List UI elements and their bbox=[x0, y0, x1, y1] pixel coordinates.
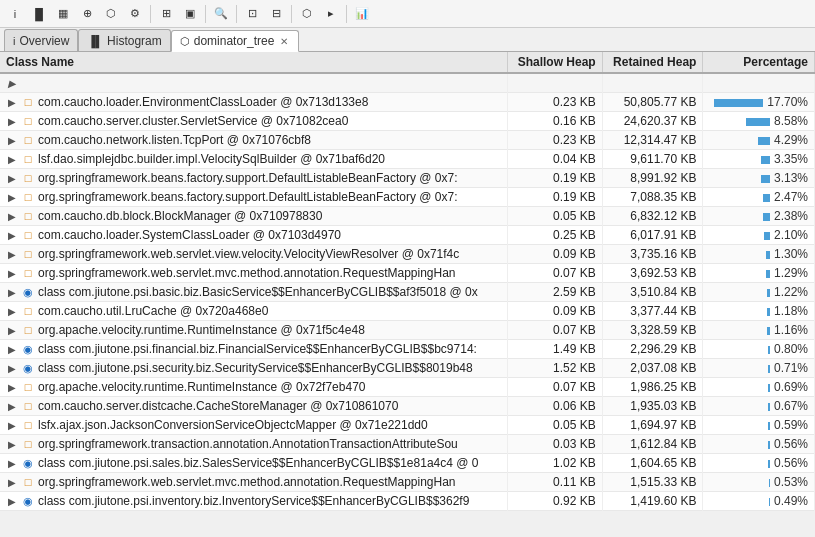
expand-btn[interactable]: ▶ bbox=[6, 153, 18, 165]
sep4 bbox=[291, 5, 292, 23]
table-row[interactable]: ▶ ◉ class com.jiutone.psi.basic.biz.Basi… bbox=[0, 283, 815, 302]
col-shallow[interactable]: Shallow Heap bbox=[507, 52, 602, 73]
toolbar-layout2-btn[interactable]: ⊟ bbox=[265, 3, 287, 25]
expand-btn[interactable]: ▶ bbox=[6, 457, 18, 469]
table-row[interactable]: ▶ ◉ class com.jiutone.psi.security.biz.S… bbox=[0, 359, 815, 378]
expand-btn[interactable]: ▶ bbox=[6, 343, 18, 355]
table-row[interactable]: ▶ □ lsfx.ajax.json.JacksonConversionServ… bbox=[0, 416, 815, 435]
table-row[interactable]: ▶ □ org.springframework.web.servlet.mvc.… bbox=[0, 473, 815, 492]
regex-expand-btn[interactable]: ▶ bbox=[6, 77, 18, 89]
table-row[interactable]: ▶ ◉ class com.jiutone.psi.sales.biz.Sale… bbox=[0, 454, 815, 473]
shallow-cell: 0.92 KB bbox=[507, 492, 602, 511]
table-row[interactable]: ▶ □ org.springframework.web.servlet.view… bbox=[0, 245, 815, 264]
pct-bar bbox=[714, 99, 763, 107]
class-name-text: com.caucho.loader.SystemClassLoader @ 0x… bbox=[38, 228, 341, 242]
class-name-cell: ▶ □ org.springframework.beans.factory.su… bbox=[0, 188, 507, 207]
class-name-cell: ▶ □ org.apache.velocity.runtime.RuntimeI… bbox=[0, 378, 507, 397]
table-row[interactable]: ▶ □ org.springframework.beans.factory.su… bbox=[0, 169, 815, 188]
shallow-cell: 0.07 KB bbox=[507, 264, 602, 283]
toolbar-chart-btn[interactable]: 📊 bbox=[351, 3, 373, 25]
tab-histogram[interactable]: ▐▌ Histogram bbox=[78, 29, 170, 51]
expand-btn[interactable]: ▶ bbox=[6, 324, 18, 336]
toolbar-play-btn[interactable]: ▸ bbox=[320, 3, 342, 25]
table-row[interactable]: ▶ ◉ class com.jiutone.psi.inventory.biz.… bbox=[0, 492, 815, 511]
expand-btn[interactable]: ▶ bbox=[6, 419, 18, 431]
class-name-cell: ▶ □ com.caucho.server.distcache.CacheSto… bbox=[0, 397, 507, 416]
table-row[interactable]: ▶ □ lsf.dao.simplejdbc.builder.impl.Velo… bbox=[0, 150, 815, 169]
toolbar-histogram-btn[interactable]: ▐▌ bbox=[28, 3, 50, 25]
pct-bar bbox=[767, 308, 770, 316]
table-row[interactable]: ▶ □ org.springframework.transaction.anno… bbox=[0, 435, 815, 454]
class-icon-orange: □ bbox=[21, 266, 35, 280]
retained-cell: 3,692.53 KB bbox=[602, 264, 703, 283]
expand-btn[interactable]: ▶ bbox=[6, 438, 18, 450]
shallow-cell: 0.07 KB bbox=[507, 378, 602, 397]
pct-bar bbox=[769, 479, 770, 487]
expand-btn[interactable]: ▶ bbox=[6, 96, 18, 108]
expand-btn[interactable]: ▶ bbox=[6, 267, 18, 279]
toolbar-square-btn[interactable]: ▣ bbox=[179, 3, 201, 25]
col-class-name[interactable]: Class Name bbox=[0, 52, 507, 73]
expand-btn[interactable]: ▶ bbox=[6, 210, 18, 222]
expand-btn[interactable]: ▶ bbox=[6, 476, 18, 488]
toolbar-hex2-btn[interactable]: ⬡ bbox=[296, 3, 318, 25]
class-name-text: org.apache.velocity.runtime.RuntimeInsta… bbox=[38, 380, 365, 394]
retained-cell: 1,612.84 KB bbox=[602, 435, 703, 454]
table-row[interactable]: ▶ □ com.caucho.loader.EnvironmentClassLo… bbox=[0, 93, 815, 112]
class-name-text: org.springframework.beans.factory.suppor… bbox=[38, 190, 458, 204]
tab-close-btn[interactable]: ✕ bbox=[278, 36, 290, 47]
class-name-text: class com.jiutone.psi.financial.biz.Fina… bbox=[38, 342, 477, 356]
shallow-cell: 1.49 KB bbox=[507, 340, 602, 359]
toolbar-search-btn[interactable]: 🔍 bbox=[210, 3, 232, 25]
class-name-text: lsfx.ajax.json.JacksonConversionServiceO… bbox=[38, 418, 428, 432]
class-icon-orange: □ bbox=[21, 399, 35, 413]
toolbar-table-btn[interactable]: ▦ bbox=[52, 3, 74, 25]
table-row[interactable]: ▶ □ org.springframework.beans.factory.su… bbox=[0, 188, 815, 207]
tabs-bar: i Overview ▐▌ Histogram ⬡ dominator_tree… bbox=[0, 28, 815, 52]
table-row[interactable]: ▶ □ com.caucho.server.cluster.ServletSer… bbox=[0, 112, 815, 131]
expand-btn[interactable]: ▶ bbox=[6, 400, 18, 412]
col-retained[interactable]: Retained Heap bbox=[602, 52, 703, 73]
expand-btn[interactable]: ▶ bbox=[6, 229, 18, 241]
toolbar-info-btn[interactable]: i bbox=[4, 3, 26, 25]
retained-cell: 6,832.12 KB bbox=[602, 207, 703, 226]
expand-btn[interactable]: ▶ bbox=[6, 172, 18, 184]
shallow-cell: 0.05 KB bbox=[507, 416, 602, 435]
expand-btn[interactable]: ▶ bbox=[6, 248, 18, 260]
col-percentage[interactable]: Percentage bbox=[703, 52, 815, 73]
pct-bar bbox=[746, 118, 770, 126]
histogram-icon: ▐▌ bbox=[87, 35, 103, 47]
toolbar-grid-btn[interactable]: ⊞ bbox=[155, 3, 177, 25]
table-row[interactable]: ▶ □ org.apache.velocity.runtime.RuntimeI… bbox=[0, 378, 815, 397]
tab-dominator-tree[interactable]: ⬡ dominator_tree ✕ bbox=[171, 30, 300, 52]
table-row[interactable]: ▶ □ com.caucho.loader.SystemClassLoader … bbox=[0, 226, 815, 245]
table-row[interactable]: ▶ □ com.caucho.util.LruCache @ 0x720a468… bbox=[0, 302, 815, 321]
table-row[interactable]: ▶ □ org.apache.velocity.runtime.RuntimeI… bbox=[0, 321, 815, 340]
expand-btn[interactable]: ▶ bbox=[6, 115, 18, 127]
retained-cell: 1,419.60 KB bbox=[602, 492, 703, 511]
toolbar-gear-btn[interactable]: ⚙ bbox=[124, 3, 146, 25]
retained-cell: 7,088.35 KB bbox=[602, 188, 703, 207]
table-row[interactable]: ▶ □ org.springframework.web.servlet.mvc.… bbox=[0, 264, 815, 283]
expand-btn[interactable]: ▶ bbox=[6, 381, 18, 393]
expand-btn[interactable]: ▶ bbox=[6, 305, 18, 317]
table-row[interactable]: ▶ □ com.caucho.db.block.BlockManager @ 0… bbox=[0, 207, 815, 226]
expand-btn[interactable]: ▶ bbox=[6, 495, 18, 507]
retained-cell: 1,694.97 KB bbox=[602, 416, 703, 435]
regex-icon bbox=[21, 76, 35, 90]
toolbar-hex-btn[interactable]: ⬡ bbox=[100, 3, 122, 25]
toolbar-plus-btn[interactable]: ⊕ bbox=[76, 3, 98, 25]
expand-btn[interactable]: ▶ bbox=[6, 134, 18, 146]
table-row[interactable]: ▶ ◉ class com.jiutone.psi.financial.biz.… bbox=[0, 340, 815, 359]
table-row[interactable]: ▶ □ com.caucho.server.distcache.CacheSto… bbox=[0, 397, 815, 416]
retained-cell: 3,377.44 KB bbox=[602, 302, 703, 321]
regex-retained bbox=[602, 73, 703, 93]
tab-overview[interactable]: i Overview bbox=[4, 29, 78, 51]
table-row[interactable]: ▶ □ com.caucho.network.listen.TcpPort @ … bbox=[0, 131, 815, 150]
expand-btn[interactable]: ▶ bbox=[6, 362, 18, 374]
tab-histogram-label: Histogram bbox=[107, 34, 162, 48]
expand-btn[interactable]: ▶ bbox=[6, 191, 18, 203]
toolbar-layout1-btn[interactable]: ⊡ bbox=[241, 3, 263, 25]
class-name-text: com.caucho.db.block.BlockManager @ 0x710… bbox=[38, 209, 322, 223]
expand-btn[interactable]: ▶ bbox=[6, 286, 18, 298]
